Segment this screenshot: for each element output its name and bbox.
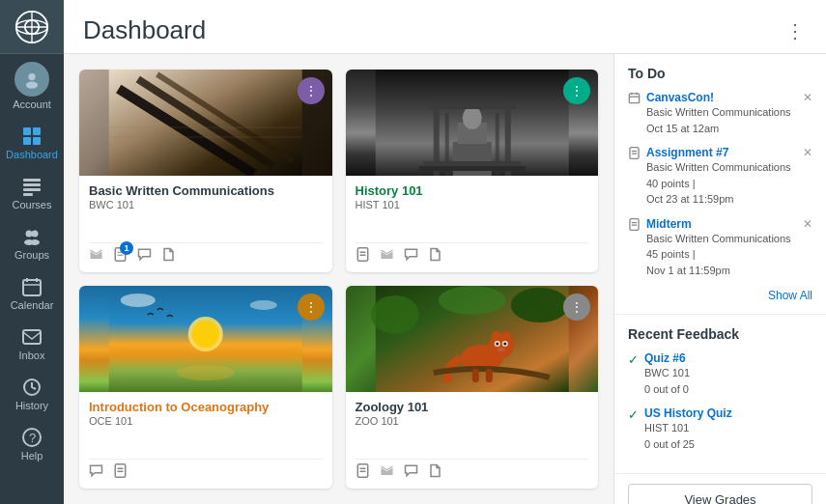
card-body-hist: History 101 HIST 101 bbox=[346, 176, 599, 272]
discussions-icon-zoo[interactable] bbox=[404, 463, 418, 481]
sidebar-item-label: Dashboard bbox=[6, 149, 58, 160]
svg-point-62 bbox=[510, 288, 568, 322]
announcements-icon-zoo[interactable] bbox=[380, 463, 394, 481]
card-title-zoo: Zoology 101 bbox=[356, 400, 589, 414]
header-menu-button[interactable]: ⋮ bbox=[785, 19, 807, 42]
view-grades-button[interactable]: View Grades bbox=[628, 484, 812, 504]
feedback-link-2[interactable]: US History Quiz bbox=[644, 406, 812, 420]
card-title-ocean: Introduction to Oceanography bbox=[89, 400, 323, 414]
svg-text:?: ? bbox=[29, 431, 36, 445]
sidebar-item-label: Account bbox=[13, 98, 51, 110]
svg-point-61 bbox=[370, 295, 418, 334]
discussions-icon[interactable] bbox=[137, 247, 152, 265]
todo-close-3[interactable]: ✕ bbox=[803, 217, 812, 231]
svg-rect-8 bbox=[23, 127, 31, 135]
svg-rect-13 bbox=[23, 183, 41, 186]
todo-detail-2: Basic Written Communications 40 points |… bbox=[646, 159, 812, 208]
sidebar-item-account[interactable]: Account bbox=[0, 54, 64, 118]
show-all: Show All bbox=[628, 288, 812, 302]
announcements-icon[interactable] bbox=[89, 247, 103, 265]
show-all-link[interactable]: Show All bbox=[768, 289, 812, 302]
card-menu-zoo[interactable]: ⋮ bbox=[563, 294, 590, 321]
svg-rect-46 bbox=[418, 166, 525, 171]
svg-point-71 bbox=[491, 331, 498, 341]
svg-rect-20 bbox=[23, 280, 41, 295]
feedback-detail-1: BWC 101 0 out of 0 bbox=[644, 365, 812, 397]
sidebar-logo bbox=[0, 0, 64, 54]
course-card-ocean[interactable]: ⋮ Introduction to Oceanography OCE 101 bbox=[79, 286, 332, 489]
sidebar-item-help[interactable]: ? Help bbox=[0, 419, 64, 469]
svg-point-54 bbox=[177, 365, 235, 380]
assignment-icon bbox=[628, 147, 641, 162]
sidebar-item-inbox[interactable]: Inbox bbox=[0, 319, 64, 369]
card-body-ocean: Introduction to Oceanography OCE 101 bbox=[79, 392, 332, 489]
svg-point-16 bbox=[26, 231, 33, 238]
assignments-icon-hist[interactable] bbox=[356, 247, 370, 265]
card-title-hist: History 101 bbox=[356, 183, 589, 198]
svg-point-72 bbox=[502, 331, 510, 341]
assignment-icon-2 bbox=[628, 218, 641, 234]
discussions-icon-hist[interactable] bbox=[404, 247, 418, 265]
assignments-icon[interactable]: 1 bbox=[113, 247, 128, 265]
todo-item-2: Assignment #7 Basic Written Communicatio… bbox=[628, 146, 812, 208]
sidebar-item-dashboard[interactable]: Dashboard bbox=[0, 118, 64, 168]
sidebar-item-history[interactable]: History bbox=[0, 369, 64, 419]
svg-rect-74 bbox=[485, 369, 492, 382]
svg-rect-78 bbox=[629, 94, 639, 103]
files-icon[interactable] bbox=[161, 247, 176, 265]
sidebar-item-groups[interactable]: Groups bbox=[0, 218, 64, 268]
todo-link-1[interactable]: CanvasCon! bbox=[646, 91, 812, 104]
sidebar-item-courses[interactable]: Courses bbox=[0, 168, 64, 218]
svg-point-69 bbox=[503, 343, 506, 346]
todo-close-2[interactable]: ✕ bbox=[803, 146, 812, 159]
card-subtitle-ocean: OCE 101 bbox=[89, 415, 323, 427]
todo-content-1: CanvasCon! Basic Written Communications … bbox=[646, 91, 812, 136]
todo-content-3: Midterm Basic Written Communications 45 … bbox=[646, 217, 812, 279]
assignments-icon-ocean[interactable] bbox=[113, 463, 128, 481]
files-icon-hist[interactable] bbox=[428, 247, 442, 265]
svg-rect-47 bbox=[428, 103, 515, 109]
card-image-zoo: ⋮ bbox=[346, 286, 599, 392]
course-card-hist[interactable]: ⋮ History 101 HIST 101 bbox=[346, 70, 599, 272]
todo-close-1[interactable]: ✕ bbox=[803, 91, 812, 104]
svg-point-56 bbox=[250, 300, 277, 310]
feedback-link-1[interactable]: Quiz #6 bbox=[644, 351, 812, 365]
course-card-zoo[interactable]: ⋮ Zoology 101 ZOO 101 bbox=[346, 286, 599, 489]
files-icon-zoo[interactable] bbox=[428, 463, 442, 481]
card-body-zoo: Zoology 101 ZOO 101 bbox=[346, 392, 599, 489]
feedback-detail-2: HIST 101 0 out of 25 bbox=[644, 420, 812, 452]
main-body: ⋮ Basic Written Communications BWC 101 1 bbox=[64, 54, 826, 504]
todo-detail-3: Basic Written Communications 45 points |… bbox=[646, 231, 812, 279]
svg-point-19 bbox=[30, 239, 40, 245]
card-image-ocean: ⋮ bbox=[79, 286, 332, 392]
card-menu-ocean[interactable]: ⋮ bbox=[298, 294, 325, 321]
assignments-icon-zoo[interactable] bbox=[356, 463, 370, 481]
card-subtitle-hist: HIST 101 bbox=[356, 199, 589, 210]
announcements-icon-hist[interactable] bbox=[380, 247, 394, 265]
event-icon bbox=[628, 92, 641, 107]
svg-point-63 bbox=[438, 286, 505, 315]
svg-rect-10 bbox=[23, 137, 31, 145]
sidebar-item-calendar[interactable]: Calendar bbox=[0, 268, 64, 319]
main-content: Dashboard ⋮ bbox=[64, 0, 826, 504]
svg-rect-14 bbox=[23, 188, 41, 191]
card-menu-bwc[interactable]: ⋮ bbox=[298, 77, 325, 104]
todo-link-3[interactable]: Midterm bbox=[646, 217, 812, 231]
todo-detail-1: Basic Written Communications Oct 15 at 1… bbox=[646, 104, 812, 136]
svg-rect-15 bbox=[23, 193, 33, 196]
sidebar: Account Dashboard Courses Groups Calenda… bbox=[0, 0, 64, 504]
svg-point-6 bbox=[28, 73, 35, 80]
card-subtitle-bwc: BWC 101 bbox=[89, 199, 323, 210]
discussions-icon-ocean[interactable] bbox=[89, 463, 103, 481]
feedback-section: Recent Feedback ✓ Quiz #6 BWC 101 0 out … bbox=[614, 315, 826, 474]
sidebar-item-label: Calendar bbox=[11, 299, 54, 311]
right-panel: To Do CanvasCon! Basic Written Communica… bbox=[613, 54, 826, 504]
todo-title: To Do bbox=[628, 66, 812, 81]
card-menu-hist[interactable]: ⋮ bbox=[563, 77, 590, 104]
course-card-bwc[interactable]: ⋮ Basic Written Communications BWC 101 1 bbox=[79, 70, 332, 272]
todo-content-2: Assignment #7 Basic Written Communicatio… bbox=[646, 146, 812, 208]
svg-rect-11 bbox=[33, 137, 41, 145]
svg-rect-9 bbox=[33, 127, 41, 135]
todo-link-2[interactable]: Assignment #7 bbox=[646, 146, 812, 159]
feedback-content-2: US History Quiz HIST 101 0 out of 25 bbox=[644, 406, 812, 452]
